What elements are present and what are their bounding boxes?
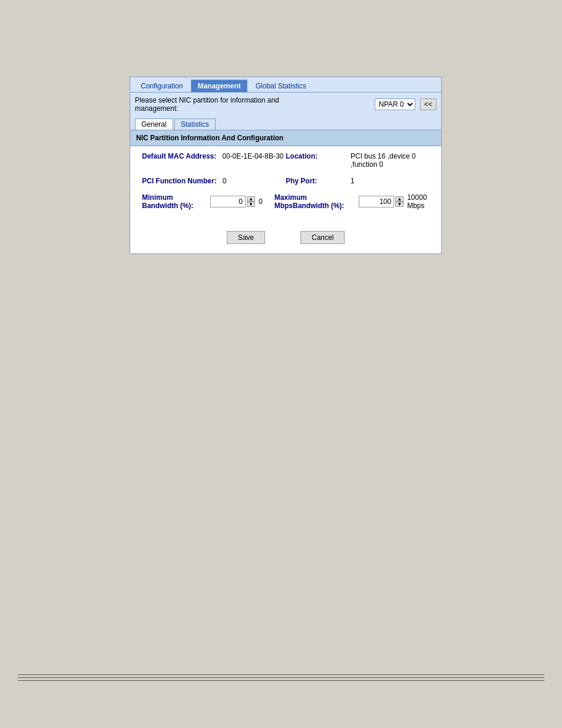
tab-configuration[interactable]: Configuration	[135, 80, 189, 92]
pci-function-value: 0	[223, 177, 227, 185]
selector-row: Please select NIC partition for informat…	[130, 93, 441, 116]
min-spin-up[interactable]: ▲	[247, 196, 255, 202]
location-value: PCI bus 16 ,device 0 ,function 0	[351, 152, 429, 169]
default-mac-value: 00-0E-1E-04-8B-30	[222, 152, 283, 160]
content-area: NIC Partition Information And Configurat…	[130, 130, 441, 253]
cell-mac: Default MAC Address: 00-0E-1E-04-8B-30	[142, 152, 286, 160]
divider-3	[18, 680, 544, 681]
max-spin-group: ▲ ▼	[395, 196, 404, 207]
min-mbps-label: 0	[259, 197, 263, 206]
min-spin-group: ▲ ▼	[247, 196, 255, 207]
tab-management[interactable]: Management	[191, 80, 247, 92]
sub-tab-statistics[interactable]: Statistics	[174, 118, 216, 130]
cell-phy: Phy Port: 1	[286, 177, 429, 185]
section-header: NIC Partition Information And Configurat…	[130, 130, 441, 146]
max-bandwidth-input[interactable]	[359, 196, 394, 207]
info-row-mac-location: Default MAC Address: 00-0E-1E-04-8B-30 L…	[142, 152, 429, 169]
tab-global-statistics[interactable]: Global Statistics	[250, 80, 312, 92]
bandwidth-row: Minimum Bandwidth (%): ▲ ▼ 0 Maximum Mbp…	[142, 193, 429, 210]
button-row: Save Cancel	[130, 225, 441, 253]
divider-1	[18, 674, 544, 675]
max-spin-down[interactable]: ▼	[395, 202, 404, 207]
divider-2	[18, 677, 544, 678]
collapse-button[interactable]: <<	[420, 98, 437, 110]
info-grid: Default MAC Address: 00-0E-1E-04-8B-30 L…	[130, 146, 441, 225]
main-panel: Configuration Management Global Statisti…	[130, 77, 442, 254]
phy-port-label: Phy Port:	[286, 177, 345, 185]
cell-location: Location: PCI bus 16 ,device 0 ,function…	[286, 152, 429, 169]
location-label: Location:	[286, 152, 345, 160]
pci-function-label: PCI Function Number:	[142, 177, 217, 185]
npar-select[interactable]: NPAR 0 NPAR 1 NPAR 2 NPAR 3	[375, 98, 415, 110]
selector-right: NPAR 0 NPAR 1 NPAR 2 NPAR 3 <<	[375, 98, 437, 110]
selector-label: Please select NIC partition for informat…	[135, 96, 279, 113]
cell-pci: PCI Function Number: 0	[142, 177, 286, 185]
phy-port-value: 1	[351, 177, 355, 185]
min-spin-down[interactable]: ▼	[247, 202, 255, 207]
max-section: Maximum MbpsBandwidth (%): ▲ ▼ 10000 Mbp…	[275, 193, 429, 210]
save-button[interactable]: Save	[227, 231, 265, 244]
sub-tab-general[interactable]: General	[135, 118, 173, 130]
max-bandwidth-group: ▲ ▼ 10000 Mbps	[359, 193, 429, 210]
cancel-button[interactable]: Cancel	[300, 231, 345, 244]
max-spin-up[interactable]: ▲	[395, 196, 404, 202]
min-bandwidth-label: Minimum Bandwidth (%):	[142, 193, 210, 210]
min-bandwidth-group: ▲ ▼ 0	[210, 196, 263, 207]
default-mac-label: Default MAC Address:	[142, 152, 216, 160]
min-bandwidth-input[interactable]	[210, 196, 246, 207]
max-mbps-value: 10000 Mbps	[407, 193, 429, 210]
info-row-pci-phy: PCI Function Number: 0 Phy Port: 1	[142, 177, 429, 185]
sub-tab-bar: General Statistics	[130, 116, 441, 130]
max-bandwidth-label: Maximum MbpsBandwidth (%):	[275, 193, 359, 210]
top-tab-bar: Configuration Management Global Statisti…	[130, 77, 441, 93]
divider-area	[0, 674, 562, 681]
